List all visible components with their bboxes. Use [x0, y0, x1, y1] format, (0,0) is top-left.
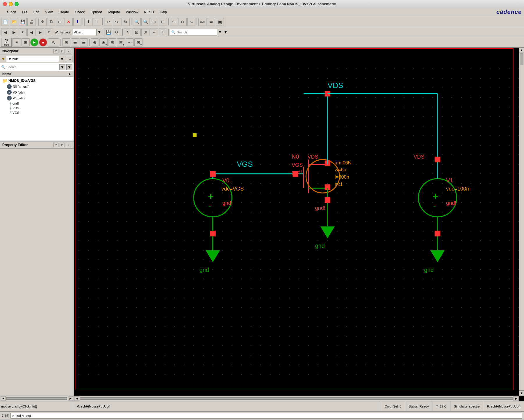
text-tool[interactable]: T — [159, 28, 167, 36]
tree-leaf-vds[interactable]: ├ VDS — [0, 106, 74, 110]
sim-button[interactable]: ▣ — [216, 18, 224, 26]
more-button[interactable]: ⋯ — [126, 38, 134, 46]
menu-create[interactable]: Create — [56, 10, 71, 15]
run-button[interactable]: ▶ — [30, 38, 38, 46]
lvs-button[interactable]: ⇄ — [207, 18, 215, 26]
sort-icon[interactable]: ▲ — [68, 72, 71, 76]
nav-search-dropdown[interactable]: ▼ — [59, 64, 65, 70]
workspace-dropdown[interactable]: ▼ — [96, 29, 102, 35]
schematic-canvas[interactable]: VDS VGS + - V0. vdc=VGS — [74, 48, 519, 396]
grid-button[interactable]: ⊟▼ — [134, 38, 142, 46]
history-button[interactable]: ▼ — [19, 28, 27, 36]
menu-edit[interactable]: Edit — [31, 10, 42, 15]
nav-search-options[interactable]: ▼ — [66, 64, 72, 70]
save-state-button[interactable]: 💾 — [104, 28, 112, 36]
menu-options[interactable]: Options — [88, 10, 105, 15]
zoom-in-button[interactable]: 🔍 — [133, 18, 141, 26]
menu-ncsu[interactable]: NCSU — [142, 10, 156, 15]
bottom-scroll-left[interactable]: ◀ — [74, 396, 79, 401]
select3-tool[interactable]: ↗ — [141, 28, 149, 36]
command-input[interactable] — [10, 413, 522, 419]
history2-button[interactable]: ▼ — [45, 28, 53, 36]
settings2-button[interactable]: ⊞▼ — [117, 38, 125, 46]
hier2-button[interactable]: ⊖ — [179, 18, 187, 26]
output2-button[interactable]: ☰ — [80, 38, 88, 46]
display-button[interactable]: ⊕ — [91, 38, 99, 46]
rotate-button[interactable]: ↻ — [122, 18, 130, 26]
forward2-button[interactable]: ▶ — [36, 28, 44, 36]
tree-leaf-gnd[interactable]: ├ gnd! — [0, 101, 74, 106]
menu-window[interactable]: Window — [124, 10, 141, 15]
tree-item-v1[interactable]: ⊙ V1 (vdc) — [0, 95, 74, 101]
tree-item-v0[interactable]: ⊙ V0 (vdc) — [0, 89, 74, 95]
pan-tool[interactable]: ↔ — [150, 28, 158, 36]
move-button[interactable]: ✛ — [38, 18, 47, 26]
close-button[interactable] — [3, 2, 7, 6]
zoom-sel-button[interactable]: ⊟ — [159, 18, 167, 26]
drc-button[interactable]: abc — [198, 18, 206, 26]
scroll-down-button[interactable]: ▼ — [519, 390, 524, 396]
hier3-button[interactable]: ↘ — [187, 18, 195, 26]
tree-leaf-vgs[interactable]: └ VGS — [0, 110, 74, 115]
prop-float-button[interactable]: □ — [60, 143, 65, 147]
left-scroll-track[interactable] — [6, 397, 67, 400]
output-button[interactable]: ☰ — [71, 38, 79, 46]
new-button[interactable]: 📄 — [1, 18, 9, 26]
pre-sim-button[interactable]: ⊞ — [22, 38, 30, 46]
maximize-button[interactable] — [15, 2, 19, 6]
menu-help[interactable]: Help — [157, 10, 169, 15]
tree-root[interactable]: 📁 NMOS_IDvsVGS — [0, 78, 74, 84]
search-input[interactable] — [177, 30, 217, 34]
hier-button[interactable]: ⊕ — [170, 18, 178, 26]
menu-file[interactable]: File — [19, 10, 30, 15]
prop-help-button[interactable]: ? — [53, 143, 58, 147]
select-box-tool[interactable]: ⊡ — [133, 28, 141, 36]
bottom-scroll-track[interactable] — [80, 397, 513, 400]
nav-close-button[interactable]: × — [66, 49, 71, 53]
settings-button[interactable]: ⊞ — [108, 38, 116, 46]
save-button[interactable]: 💾 — [19, 18, 27, 26]
back2-button[interactable]: ◀ — [27, 28, 35, 36]
undo-button[interactable]: ↩ — [104, 18, 112, 26]
canvas-area[interactable]: VDS VGS + - V0. vdc=VGS — [74, 48, 524, 401]
left-scroll-right[interactable]: ▶ — [68, 396, 73, 401]
redo-button[interactable]: ↪ — [113, 18, 121, 26]
open-button[interactable]: 📂 — [10, 18, 18, 26]
zoom-fit-button[interactable]: ⊞ — [150, 18, 158, 26]
window-controls[interactable] — [3, 2, 19, 6]
scroll-thumb[interactable] — [520, 53, 523, 65]
copy-button[interactable]: ⧉ — [47, 18, 55, 26]
stop-button[interactable]: ■ — [39, 38, 47, 46]
scroll-up-button[interactable]: ▲ — [519, 48, 524, 53]
prop-close-button[interactable]: × — [66, 143, 71, 147]
text2-button[interactable]: T — [93, 18, 101, 26]
display2-button[interactable]: ⊕▼ — [99, 38, 108, 46]
left-scroll-left[interactable]: ◀ — [1, 396, 6, 401]
nav-help-button[interactable]: ? — [53, 49, 58, 53]
print-button[interactable]: 🖨 — [27, 18, 35, 26]
analysis-type-button[interactable]: AC DC Trans — [1, 38, 12, 47]
filter-dropdown[interactable]: ▼ — [59, 56, 65, 62]
filter-options[interactable]: ⋯ — [66, 56, 72, 62]
tree-item-n0[interactable]: ⊙ N0 (nmos4) — [0, 84, 74, 89]
menu-view[interactable]: View — [43, 10, 55, 15]
netlist-button[interactable]: ≡ — [12, 38, 21, 46]
search-dropdown[interactable]: ▼ — [217, 29, 223, 35]
workspace-input[interactable] — [73, 29, 96, 35]
menu-launch[interactable]: Launch — [2, 10, 18, 15]
menu-migrate[interactable]: Migrate — [106, 10, 122, 15]
select-tool[interactable]: ↖ — [124, 28, 132, 36]
zoom-out-button[interactable]: 🔍 — [141, 18, 149, 26]
text-button[interactable]: T — [84, 18, 92, 26]
nav-search-input[interactable] — [6, 64, 58, 70]
nav-float-button[interactable]: □ — [60, 49, 65, 53]
back-button[interactable]: ◀ — [1, 28, 9, 36]
filter-input[interactable] — [6, 57, 59, 61]
delete-button[interactable]: ✕ — [65, 18, 73, 26]
calc-button[interactable]: ⊟ — [62, 38, 70, 46]
minimize-button[interactable] — [9, 2, 13, 6]
menu-check[interactable]: Check — [72, 10, 87, 15]
wave-button[interactable]: ∿ — [48, 38, 59, 46]
bottom-scroll-right[interactable]: ▶ — [514, 396, 519, 401]
forward-button[interactable]: ▶ — [10, 28, 18, 36]
